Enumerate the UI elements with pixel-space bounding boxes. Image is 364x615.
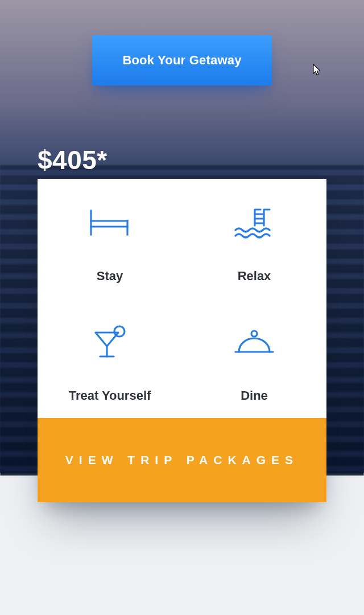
svg-point-9: [114, 326, 125, 337]
svg-point-11: [251, 331, 257, 337]
feature-treat-yourself: Treat Yourself: [38, 298, 182, 418]
feature-label: Dine: [241, 388, 268, 403]
cocktail-icon: [90, 320, 130, 366]
features-card: Stay Relax: [38, 179, 326, 502]
bed-icon: [88, 200, 132, 246]
feature-stay: Stay: [38, 179, 182, 298]
book-getaway-button[interactable]: Book Your Getaway: [92, 35, 272, 85]
average-price: $405*: [38, 145, 173, 175]
feature-relax: Relax: [182, 179, 326, 298]
pool-icon: [232, 200, 276, 246]
feature-label: Treat Yourself: [69, 388, 151, 403]
view-trip-packages-button[interactable]: VIEW TRIP PACKAGES: [38, 418, 326, 502]
features-grid: Stay Relax: [38, 179, 326, 418]
feature-label: Relax: [238, 269, 271, 284]
cloche-icon: [232, 320, 276, 366]
feature-dine: Dine: [182, 298, 326, 418]
feature-label: Stay: [97, 269, 123, 284]
